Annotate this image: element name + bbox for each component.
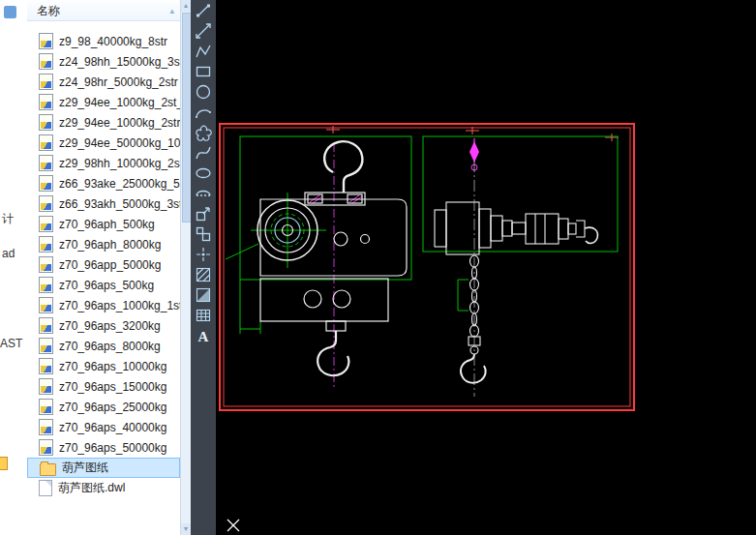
file-name: z70_96aps_25000kg [59, 401, 166, 414]
file-name: z70_96aps_8000kg [59, 340, 161, 353]
dwl-file-icon [39, 480, 52, 496]
clipped-tree-icon [4, 6, 16, 18]
file-row[interactable]: z29_94ee_1000kg_2st_z [27, 92, 180, 112]
dwg-file-icon [39, 317, 53, 334]
file-name: z9_98_40000kg_8str [59, 35, 167, 48]
file-row[interactable]: z29_94ee_1000kg_2str [27, 112, 180, 133]
file-name: z70_96aph_500kg [59, 218, 155, 231]
file-row[interactable]: z70_96aps_10000kg [27, 356, 180, 376]
table-icon[interactable] [194, 306, 213, 325]
file-row-selected[interactable]: 葫芦图纸 [27, 458, 180, 478]
file-row[interactable]: z70_96aps_3200kg [27, 315, 180, 336]
dwg-file-icon [39, 419, 53, 435]
hoist-drawing [216, 0, 756, 535]
file-list: z9_98_40000kg_8str z24_98hh_15000kg_3str… [27, 21, 180, 535]
file-list-scrollbar[interactable]: ▲ ▼ [180, 0, 191, 535]
file-name: z70_96aps_1000kg_1str [59, 299, 180, 312]
file-row[interactable]: z29_98hh_10000kg_2str [27, 153, 180, 173]
file-row[interactable]: z66_93akh_5000kg_3str [27, 193, 180, 214]
dwg-file-icon [39, 94, 53, 110]
file-row[interactable]: z70_96aph_8000kg [27, 234, 180, 254]
dwg-file-icon [39, 358, 53, 374]
dwg-file-icon [39, 155, 53, 171]
file-name: z66_93ake_25000kg_5st [59, 177, 180, 191]
dwg-file-icon [39, 195, 53, 212]
file-name: z70_96aps_50000kg [59, 441, 166, 455]
file-name: z24_98hh_15000kg_3str [59, 55, 180, 69]
dwg-file-icon [39, 338, 53, 354]
file-row[interactable]: z24_98hh_15000kg_3str [27, 51, 180, 72]
multiline-text-icon[interactable]: A [194, 326, 213, 345]
file-name: z29_98hh_10000kg_2str [59, 157, 180, 170]
insert-block-icon[interactable] [194, 204, 213, 223]
tree-item-fragment[interactable]: 计 [2, 211, 14, 227]
file-name: z29_94ee_1000kg_2st_z [59, 96, 180, 109]
circle-icon[interactable] [194, 82, 213, 102]
file-name: z70_96aps_3200kg [59, 319, 161, 333]
polyline-icon[interactable] [194, 42, 213, 61]
sort-ascending-icon: ▴ [169, 1, 174, 20]
dwg-file-icon [39, 175, 53, 192]
spline-icon[interactable] [194, 143, 213, 163]
dwg-file-icon [39, 33, 53, 49]
crosshair-cursor [227, 520, 239, 531]
file-name: z70_96aps_10000kg [59, 360, 166, 373]
dwg-file-icon [39, 439, 53, 456]
clipped-folder-icon [0, 457, 8, 470]
name-column-header[interactable]: 名称 ▴ [27, 0, 180, 21]
dwg-file-icon [39, 134, 53, 151]
name-column-label: 名称 [37, 4, 60, 17]
ellipse-arc-icon[interactable] [194, 184, 213, 203]
file-row[interactable]: z70_96aps_40000kg [27, 417, 180, 437]
hatch-icon[interactable] [194, 265, 213, 284]
file-row[interactable]: 葫芦图纸.dwl [27, 478, 180, 498]
dwg-file-icon [39, 216, 53, 232]
file-name: z29_94ee_1000kg_2str [59, 116, 180, 130]
file-name: z66_93akh_5000kg_3str [59, 197, 180, 211]
dwg-file-icon [39, 53, 53, 70]
arc-icon[interactable] [194, 103, 213, 122]
folder-tree-strip[interactable]: 计 ad AST [0, 0, 28, 535]
point-icon[interactable] [194, 245, 213, 264]
construction-line-icon[interactable] [194, 21, 213, 41]
file-row[interactable]: z70_96app_5000kg [27, 254, 180, 275]
dwg-file-icon [39, 399, 53, 415]
draw-toolbar: A [191, 0, 216, 535]
file-list-panel: 名称 ▴ z9_98_40000kg_8str z24_98hh_15000kg… [27, 0, 180, 535]
file-name: z70_96aps_40000kg [59, 421, 166, 434]
file-row[interactable]: z9_98_40000kg_8str [27, 31, 180, 51]
file-row[interactable]: z29_94ee_50000kg_10st [27, 133, 180, 153]
gradient-icon[interactable] [194, 285, 213, 305]
file-row[interactable]: z24_98hr_5000kg_2str [27, 72, 180, 92]
dwg-file-icon [39, 277, 53, 293]
file-row[interactable]: z70_96aph_500kg [27, 214, 180, 234]
file-name: 葫芦图纸.dwl [58, 480, 125, 496]
tree-item-fragment[interactable]: AST [0, 337, 22, 350]
file-name: z29_94ee_50000kg_10st [59, 136, 180, 150]
drawing-canvas[interactable] [216, 0, 756, 535]
scroll-down-icon[interactable]: ▼ [181, 523, 191, 535]
revision-cloud-icon[interactable] [194, 123, 213, 142]
line-icon[interactable] [194, 1, 213, 20]
dwg-file-icon [39, 256, 53, 273]
file-row[interactable]: z66_93ake_25000kg_5st [27, 173, 180, 193]
make-block-icon[interactable] [194, 224, 213, 244]
ellipse-icon[interactable] [194, 163, 213, 183]
file-row[interactable]: z70_96aps_15000kg [27, 376, 180, 397]
dwg-file-icon [39, 236, 53, 253]
tree-item-fragment[interactable]: ad [2, 247, 15, 260]
file-name: 葫芦图纸 [62, 460, 108, 476]
dwg-file-icon [39, 74, 53, 90]
file-row[interactable]: z70_96aps_25000kg [27, 397, 180, 417]
file-name: z70_96aps_15000kg [59, 380, 166, 394]
file-row[interactable]: z70_96aps_500kg [27, 275, 180, 295]
scroll-up-icon[interactable]: ▲ [181, 0, 191, 12]
file-row[interactable]: z70_96aps_50000kg [27, 437, 180, 458]
dwg-file-icon [39, 114, 53, 131]
file-row[interactable]: z70_96aps_1000kg_1str [27, 295, 180, 315]
file-row[interactable]: z70_96aps_8000kg [27, 336, 180, 356]
folder-icon [40, 463, 56, 476]
file-name: z70_96aph_8000kg [59, 238, 161, 252]
rectangle-icon[interactable] [194, 62, 213, 81]
file-name: z70_96aps_500kg [59, 279, 154, 292]
